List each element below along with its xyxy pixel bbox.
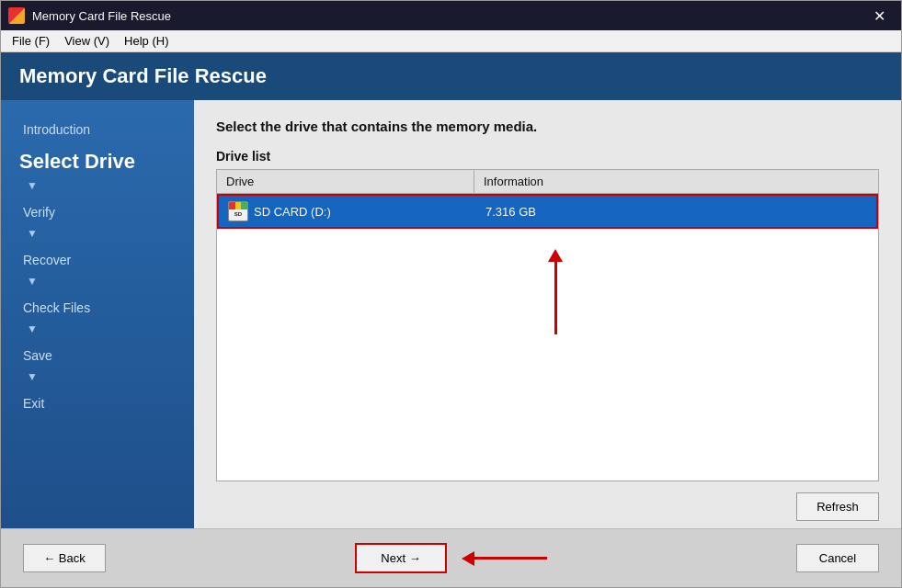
drive-cell-info: 7.316 GB	[476, 199, 876, 224]
bottom-right: Cancel	[796, 544, 879, 572]
sidebar-item-exit[interactable]: Exit	[1, 389, 194, 418]
arrow-left-head	[462, 551, 474, 566]
drive-table-body: SD SD CARD (D:) 7.316 GB	[217, 194, 878, 481]
drive-list-label: Drive list	[216, 149, 879, 164]
sidebar-item-check-files[interactable]: Check Files	[1, 293, 194, 322]
sidebar: Introduction Select Drive ▼ Verify ▼ Rec…	[1, 100, 194, 528]
arrow-up-head	[548, 249, 563, 262]
sd-card-icon: SD	[228, 201, 248, 221]
arrow-up-line	[554, 261, 557, 334]
sidebar-chevron-4: ▼	[1, 322, 194, 341]
sidebar-chevron-1: ▼	[1, 179, 194, 198]
arrow-left-annotation	[462, 551, 547, 566]
col-header-drive: Drive	[217, 170, 474, 193]
drive-table: Drive Information SD SD CARD (D:) 7.316 …	[216, 169, 879, 481]
app-header: Memory Card File Rescue	[1, 52, 901, 100]
menu-help[interactable]: Help (H)	[117, 32, 176, 50]
cancel-button[interactable]: Cancel	[796, 544, 879, 572]
content-area: Select the drive that contains the memor…	[194, 100, 901, 528]
bottom-left: ← Back	[23, 544, 106, 572]
sidebar-item-save[interactable]: Save	[1, 341, 194, 370]
arrow-up-annotation	[548, 249, 563, 334]
menu-view[interactable]: View (V)	[57, 32, 117, 50]
table-row[interactable]: SD SD CARD (D:) 7.316 GB	[217, 194, 878, 229]
sidebar-chevron-2: ▼	[1, 227, 194, 245]
main-content: Introduction Select Drive ▼ Verify ▼ Rec…	[1, 100, 901, 528]
next-button[interactable]: Next →	[355, 543, 447, 573]
title-bar: Memory Card File Rescue ✕	[1, 1, 901, 30]
close-button[interactable]: ✕	[864, 1, 894, 30]
back-button[interactable]: ← Back	[23, 544, 106, 572]
sidebar-item-verify[interactable]: Verify	[1, 198, 194, 227]
sidebar-item-introduction[interactable]: Introduction	[1, 115, 194, 144]
arrow-left-line	[474, 557, 547, 560]
bottom-bar: ← Back Next → Cancel	[1, 528, 901, 587]
header-title: Memory Card File Rescue	[19, 64, 267, 88]
refresh-button[interactable]: Refresh	[796, 492, 879, 521]
sidebar-chevron-5: ▼	[1, 370, 194, 389]
menu-bar: File (F) View (V) Help (H)	[1, 30, 901, 52]
drive-table-header: Drive Information	[217, 170, 878, 194]
sidebar-item-recover[interactable]: Recover	[1, 245, 194, 275]
app-icon	[8, 7, 25, 24]
col-header-info: Information	[474, 170, 878, 193]
menu-file[interactable]: File (F)	[5, 32, 57, 50]
drive-name: SD CARD (D:)	[254, 205, 331, 219]
main-window: Memory Card File Rescue ✕ File (F) View …	[0, 0, 902, 588]
window-title: Memory Card File Rescue	[32, 9, 864, 23]
drive-cell-name: SD SD CARD (D:)	[219, 196, 476, 227]
instruction-text: Select the drive that contains the memor…	[216, 119, 879, 134]
sidebar-item-select-drive[interactable]: Select Drive	[1, 144, 194, 179]
refresh-btn-area: Refresh	[216, 481, 879, 528]
next-area: Next →	[355, 543, 547, 573]
drive-table-wrapper: Drive Information SD SD CARD (D:) 7.316 …	[216, 169, 879, 481]
sidebar-chevron-3: ▼	[1, 275, 194, 293]
